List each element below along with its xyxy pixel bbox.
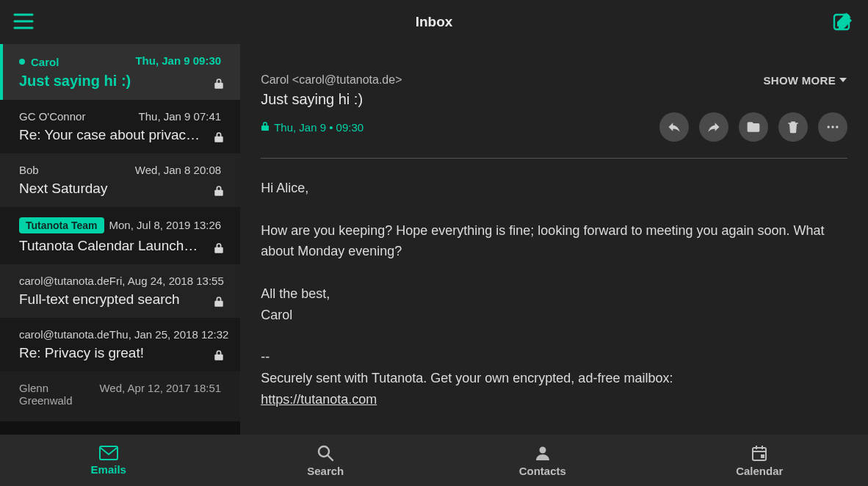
calendar-icon xyxy=(751,444,768,462)
mail-icon xyxy=(99,446,118,460)
body-link[interactable]: https://tutanota.com xyxy=(261,392,377,407)
hamburger-menu-button[interactable] xyxy=(13,13,34,29)
svg-rect-11 xyxy=(753,448,766,460)
email-date: Wed, Jan 8 20:08 xyxy=(135,164,221,176)
more-actions-button[interactable] xyxy=(818,112,847,142)
lock-icon xyxy=(214,242,224,254)
detail-from: Carol <carol@tutanota.de> xyxy=(261,73,402,87)
body-line: -- xyxy=(261,349,270,364)
email-sender-text: Glenn Greenwald xyxy=(19,382,99,407)
email-subject: Full-text encrypted search xyxy=(19,291,221,308)
svg-rect-15 xyxy=(761,454,764,458)
lock-icon xyxy=(214,296,224,308)
email-sender-text: Bob xyxy=(19,164,39,176)
email-list-item[interactable]: GC O'ConnorThu, Jan 9 07:41Re: Your case… xyxy=(0,100,240,153)
email-list-item[interactable]: carol@tutanota.deFri, Aug 24, 2018 13:55… xyxy=(0,264,240,318)
svg-point-10 xyxy=(539,446,546,453)
body-line: Hi Alice, xyxy=(261,181,308,195)
email-list-item[interactable]: CarolThu, Jan 9 09:30Just saying hi :) xyxy=(0,44,240,100)
email-subject: Tutanota Calendar Launched / s.… xyxy=(19,238,221,254)
nav-label: Contacts xyxy=(519,465,566,477)
person-icon xyxy=(534,444,551,462)
email-subject: Next Saturday xyxy=(19,181,221,197)
email-list[interactable]: CarolThu, Jan 9 09:30Just saying hi :)GC… xyxy=(0,44,240,435)
email-sender: Tutanota Team xyxy=(19,217,104,233)
divider xyxy=(261,158,847,159)
detail-meta: Thu, Jan 9 • 09:30 xyxy=(261,121,364,134)
nav-label: Search xyxy=(307,465,344,477)
email-sender-text: Carol xyxy=(31,56,59,68)
email-sender: Bob xyxy=(19,164,39,176)
nav-label: Calendar xyxy=(736,465,783,477)
body-line: Carol xyxy=(261,308,292,322)
email-date: Thu, Jan 25, 2018 12:32 xyxy=(109,328,229,341)
email-sender: carol@tutanota.de xyxy=(19,328,109,341)
body-line: How are you keeping? Hope everything is … xyxy=(261,223,828,259)
email-sender: Carol xyxy=(19,56,59,68)
email-detail: Carol <carol@tutanota.de> SHOW MORE Just… xyxy=(240,44,868,435)
body-line: Securely sent with Tutanota. Get your ow… xyxy=(261,371,673,385)
svg-point-5 xyxy=(831,126,833,128)
email-list-item[interactable]: Glenn GreenwaldWed, Apr 12, 2017 18:51 xyxy=(0,371,240,421)
email-sender: carol@tutanota.de xyxy=(19,275,109,287)
app-header: Inbox xyxy=(0,0,868,44)
lock-icon xyxy=(261,121,270,134)
reply-button[interactable] xyxy=(659,112,689,142)
unread-dot-icon xyxy=(19,59,25,65)
page-title: Inbox xyxy=(416,14,453,30)
nav-mail-button[interactable]: Emails xyxy=(0,435,217,486)
main-area: CarolThu, Jan 9 09:30Just saying hi :)GC… xyxy=(0,44,868,435)
show-more-button[interactable]: SHOW MORE xyxy=(763,74,847,87)
email-date: Mon, Jul 8, 2019 13:26 xyxy=(109,219,222,231)
forward-button[interactable] xyxy=(699,112,728,142)
svg-rect-7 xyxy=(100,446,117,460)
email-date: Wed, Apr 12, 2017 18:51 xyxy=(99,382,221,394)
email-list-item[interactable]: carol@tutanota.deThu, Jan 25, 2018 12:32… xyxy=(0,318,240,371)
move-to-folder-button[interactable] xyxy=(739,112,768,142)
email-date: Fri, Aug 24, 2018 13:55 xyxy=(109,275,224,287)
show-more-label: SHOW MORE xyxy=(763,74,836,87)
delete-button[interactable] xyxy=(778,112,808,142)
email-sender: GC O'Connor xyxy=(19,110,85,123)
nav-search-button[interactable]: Search xyxy=(217,435,435,486)
compose-button[interactable] xyxy=(831,10,855,37)
lock-icon xyxy=(214,185,224,197)
nav-calendar-button[interactable]: Calendar xyxy=(651,435,869,486)
email-sender-text: GC O'Connor xyxy=(19,110,85,123)
svg-point-4 xyxy=(828,126,830,128)
email-sender-text: carol@tutanota.de xyxy=(19,328,109,341)
email-subject: Just saying hi :) xyxy=(19,73,221,90)
email-list-item[interactable]: BobWed, Jan 8 20:08Next Saturday xyxy=(0,153,240,207)
nav-person-button[interactable]: Contacts xyxy=(434,435,651,486)
bottom-nav: EmailsSearchContactsCalendar xyxy=(0,435,868,486)
detail-subject: Just saying hi :) xyxy=(261,91,847,108)
svg-line-9 xyxy=(328,455,333,460)
email-sender-text: carol@tutanota.de xyxy=(19,275,109,287)
lock-icon xyxy=(214,78,224,90)
lock-icon xyxy=(214,349,224,361)
body-line: All the best, xyxy=(261,286,330,301)
email-sender: Glenn Greenwald xyxy=(19,382,99,407)
email-subject: Re: Privacy is great! xyxy=(19,345,221,361)
svg-point-6 xyxy=(836,126,838,128)
email-list-item[interactable]: Tutanota TeamMon, Jul 8, 2019 13:26Tutan… xyxy=(0,207,240,264)
detail-date: Thu, Jan 9 • 09:30 xyxy=(274,121,364,134)
sender-badge: Tutanota Team xyxy=(19,217,104,233)
nav-label: Emails xyxy=(91,463,126,476)
email-subject: Re: Your case about privacy infrin… xyxy=(19,127,221,143)
email-date: Thu, Jan 9 07:41 xyxy=(139,110,222,123)
search-icon xyxy=(317,444,334,462)
email-date: Thu, Jan 9 09:30 xyxy=(135,54,221,67)
lock-icon xyxy=(214,131,224,143)
chevron-down-icon xyxy=(839,74,847,87)
email-body: Hi Alice, How are you keeping? Hope ever… xyxy=(261,178,847,410)
